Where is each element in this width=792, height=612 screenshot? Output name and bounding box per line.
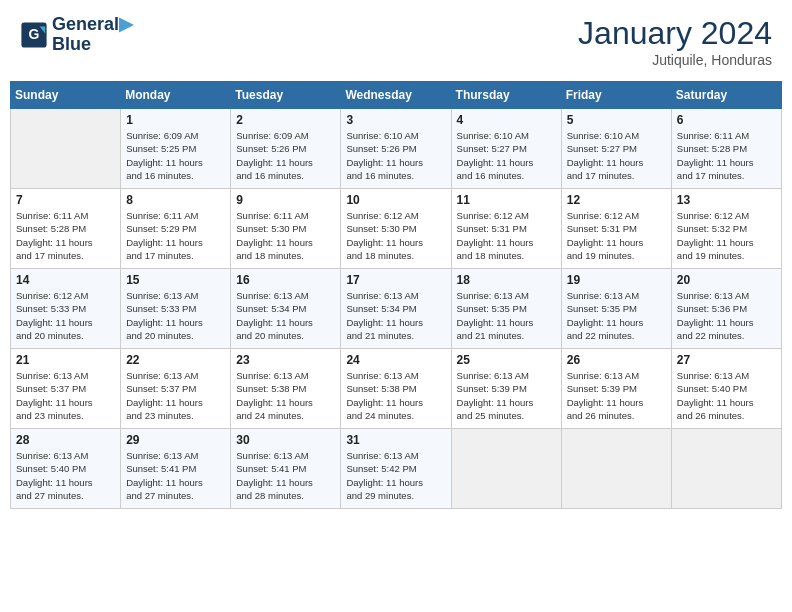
calendar-cell — [561, 429, 671, 509]
calendar-cell: 13Sunrise: 6:12 AMSunset: 5:32 PMDayligh… — [671, 189, 781, 269]
title-block: January 2024 Jutiquile, Honduras — [578, 15, 772, 68]
day-info: Sunrise: 6:11 AMSunset: 5:30 PMDaylight:… — [236, 209, 335, 262]
calendar-cell: 12Sunrise: 6:12 AMSunset: 5:31 PMDayligh… — [561, 189, 671, 269]
calendar-cell: 4Sunrise: 6:10 AMSunset: 5:27 PMDaylight… — [451, 109, 561, 189]
day-info: Sunrise: 6:13 AMSunset: 5:37 PMDaylight:… — [16, 369, 115, 422]
day-info: Sunrise: 6:13 AMSunset: 5:34 PMDaylight:… — [346, 289, 445, 342]
day-info: Sunrise: 6:11 AMSunset: 5:29 PMDaylight:… — [126, 209, 225, 262]
calendar-cell — [451, 429, 561, 509]
day-info: Sunrise: 6:13 AMSunset: 5:42 PMDaylight:… — [346, 449, 445, 502]
day-number: 16 — [236, 273, 335, 287]
day-number: 11 — [457, 193, 556, 207]
calendar-cell — [11, 109, 121, 189]
week-row-1: 1Sunrise: 6:09 AMSunset: 5:25 PMDaylight… — [11, 109, 782, 189]
day-header-sunday: Sunday — [11, 82, 121, 109]
calendar-cell: 18Sunrise: 6:13 AMSunset: 5:35 PMDayligh… — [451, 269, 561, 349]
logo-text: General▶ Blue — [52, 15, 133, 55]
calendar-cell: 11Sunrise: 6:12 AMSunset: 5:31 PMDayligh… — [451, 189, 561, 269]
day-info: Sunrise: 6:13 AMSunset: 5:39 PMDaylight:… — [457, 369, 556, 422]
day-header-thursday: Thursday — [451, 82, 561, 109]
day-info: Sunrise: 6:13 AMSunset: 5:41 PMDaylight:… — [236, 449, 335, 502]
calendar-cell: 30Sunrise: 6:13 AMSunset: 5:41 PMDayligh… — [231, 429, 341, 509]
day-info: Sunrise: 6:13 AMSunset: 5:34 PMDaylight:… — [236, 289, 335, 342]
calendar-cell: 27Sunrise: 6:13 AMSunset: 5:40 PMDayligh… — [671, 349, 781, 429]
day-number: 4 — [457, 113, 556, 127]
calendar-header-row: SundayMondayTuesdayWednesdayThursdayFrid… — [11, 82, 782, 109]
svg-text:G: G — [29, 25, 40, 41]
month-title: January 2024 — [578, 15, 772, 52]
day-info: Sunrise: 6:13 AMSunset: 5:36 PMDaylight:… — [677, 289, 776, 342]
day-header-tuesday: Tuesday — [231, 82, 341, 109]
day-header-monday: Monday — [121, 82, 231, 109]
day-number: 6 — [677, 113, 776, 127]
calendar-cell: 23Sunrise: 6:13 AMSunset: 5:38 PMDayligh… — [231, 349, 341, 429]
day-info: Sunrise: 6:12 AMSunset: 5:31 PMDaylight:… — [457, 209, 556, 262]
day-number: 20 — [677, 273, 776, 287]
calendar-cell: 28Sunrise: 6:13 AMSunset: 5:40 PMDayligh… — [11, 429, 121, 509]
day-info: Sunrise: 6:10 AMSunset: 5:26 PMDaylight:… — [346, 129, 445, 182]
day-info: Sunrise: 6:11 AMSunset: 5:28 PMDaylight:… — [16, 209, 115, 262]
calendar-cell: 16Sunrise: 6:13 AMSunset: 5:34 PMDayligh… — [231, 269, 341, 349]
day-info: Sunrise: 6:13 AMSunset: 5:40 PMDaylight:… — [677, 369, 776, 422]
day-number: 19 — [567, 273, 666, 287]
calendar-cell: 29Sunrise: 6:13 AMSunset: 5:41 PMDayligh… — [121, 429, 231, 509]
calendar-cell: 9Sunrise: 6:11 AMSunset: 5:30 PMDaylight… — [231, 189, 341, 269]
day-info: Sunrise: 6:13 AMSunset: 5:38 PMDaylight:… — [236, 369, 335, 422]
day-info: Sunrise: 6:12 AMSunset: 5:33 PMDaylight:… — [16, 289, 115, 342]
calendar-cell: 3Sunrise: 6:10 AMSunset: 5:26 PMDaylight… — [341, 109, 451, 189]
day-info: Sunrise: 6:13 AMSunset: 5:38 PMDaylight:… — [346, 369, 445, 422]
day-info: Sunrise: 6:12 AMSunset: 5:32 PMDaylight:… — [677, 209, 776, 262]
day-info: Sunrise: 6:13 AMSunset: 5:39 PMDaylight:… — [567, 369, 666, 422]
day-number: 18 — [457, 273, 556, 287]
day-number: 2 — [236, 113, 335, 127]
calendar-cell: 7Sunrise: 6:11 AMSunset: 5:28 PMDaylight… — [11, 189, 121, 269]
calendar-cell: 21Sunrise: 6:13 AMSunset: 5:37 PMDayligh… — [11, 349, 121, 429]
day-info: Sunrise: 6:10 AMSunset: 5:27 PMDaylight:… — [567, 129, 666, 182]
week-row-4: 21Sunrise: 6:13 AMSunset: 5:37 PMDayligh… — [11, 349, 782, 429]
day-info: Sunrise: 6:13 AMSunset: 5:35 PMDaylight:… — [457, 289, 556, 342]
day-info: Sunrise: 6:11 AMSunset: 5:28 PMDaylight:… — [677, 129, 776, 182]
day-header-saturday: Saturday — [671, 82, 781, 109]
day-number: 10 — [346, 193, 445, 207]
logo: G General▶ Blue — [20, 15, 133, 55]
week-row-5: 28Sunrise: 6:13 AMSunset: 5:40 PMDayligh… — [11, 429, 782, 509]
calendar-cell — [671, 429, 781, 509]
day-number: 23 — [236, 353, 335, 367]
day-header-wednesday: Wednesday — [341, 82, 451, 109]
day-number: 9 — [236, 193, 335, 207]
day-number: 21 — [16, 353, 115, 367]
day-number: 31 — [346, 433, 445, 447]
day-info: Sunrise: 6:12 AMSunset: 5:30 PMDaylight:… — [346, 209, 445, 262]
calendar-cell: 2Sunrise: 6:09 AMSunset: 5:26 PMDaylight… — [231, 109, 341, 189]
calendar-cell: 26Sunrise: 6:13 AMSunset: 5:39 PMDayligh… — [561, 349, 671, 429]
day-info: Sunrise: 6:10 AMSunset: 5:27 PMDaylight:… — [457, 129, 556, 182]
day-info: Sunrise: 6:13 AMSunset: 5:40 PMDaylight:… — [16, 449, 115, 502]
day-number: 13 — [677, 193, 776, 207]
day-number: 28 — [16, 433, 115, 447]
day-number: 30 — [236, 433, 335, 447]
calendar-cell: 10Sunrise: 6:12 AMSunset: 5:30 PMDayligh… — [341, 189, 451, 269]
calendar-cell: 15Sunrise: 6:13 AMSunset: 5:33 PMDayligh… — [121, 269, 231, 349]
calendar-cell: 1Sunrise: 6:09 AMSunset: 5:25 PMDaylight… — [121, 109, 231, 189]
day-info: Sunrise: 6:13 AMSunset: 5:33 PMDaylight:… — [126, 289, 225, 342]
week-row-2: 7Sunrise: 6:11 AMSunset: 5:28 PMDaylight… — [11, 189, 782, 269]
day-number: 1 — [126, 113, 225, 127]
week-row-3: 14Sunrise: 6:12 AMSunset: 5:33 PMDayligh… — [11, 269, 782, 349]
day-info: Sunrise: 6:13 AMSunset: 5:41 PMDaylight:… — [126, 449, 225, 502]
day-number: 14 — [16, 273, 115, 287]
calendar-cell: 24Sunrise: 6:13 AMSunset: 5:38 PMDayligh… — [341, 349, 451, 429]
day-number: 29 — [126, 433, 225, 447]
calendar-cell: 17Sunrise: 6:13 AMSunset: 5:34 PMDayligh… — [341, 269, 451, 349]
day-number: 8 — [126, 193, 225, 207]
day-info: Sunrise: 6:13 AMSunset: 5:37 PMDaylight:… — [126, 369, 225, 422]
calendar-body: 1Sunrise: 6:09 AMSunset: 5:25 PMDaylight… — [11, 109, 782, 509]
page-header: G General▶ Blue January 2024 Jutiquile, … — [10, 10, 782, 73]
day-number: 15 — [126, 273, 225, 287]
calendar-table: SundayMondayTuesdayWednesdayThursdayFrid… — [10, 81, 782, 509]
day-number: 25 — [457, 353, 556, 367]
day-number: 17 — [346, 273, 445, 287]
day-number: 24 — [346, 353, 445, 367]
calendar-cell: 5Sunrise: 6:10 AMSunset: 5:27 PMDaylight… — [561, 109, 671, 189]
calendar-cell: 14Sunrise: 6:12 AMSunset: 5:33 PMDayligh… — [11, 269, 121, 349]
calendar-cell: 19Sunrise: 6:13 AMSunset: 5:35 PMDayligh… — [561, 269, 671, 349]
